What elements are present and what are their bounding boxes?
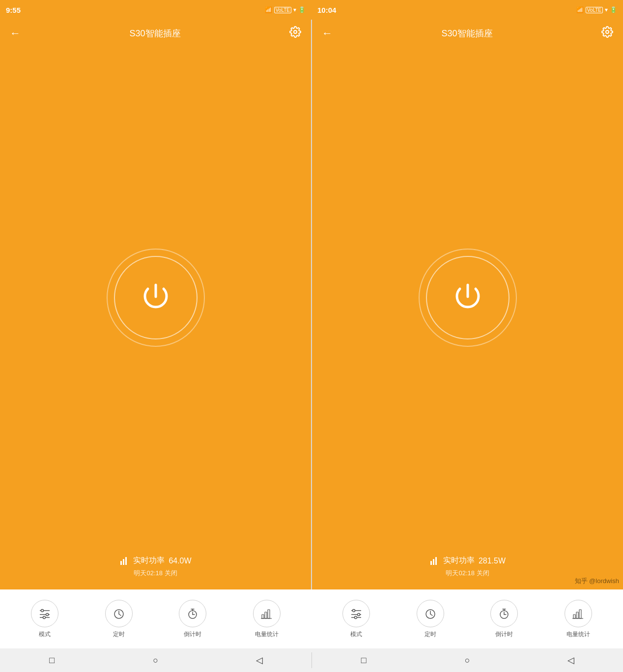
left-countdown-icon-circle	[179, 600, 206, 627]
nav-right-square[interactable]: □	[353, 649, 374, 671]
status-bar-right: 10:04 📶 VoLTE ▾ 🔋	[312, 0, 623, 20]
svg-point-10	[41, 609, 44, 612]
left-title: S30智能插座	[129, 28, 180, 39]
bar-chart-icon-left-toolbar	[260, 607, 274, 620]
bar-chart-icon-left	[119, 556, 129, 566]
right-back-button[interactable]: ←	[322, 27, 333, 40]
sliders-icon-right	[349, 607, 363, 620]
right-panel: ← S30智能插座	[312, 20, 623, 589]
right-countdown-button[interactable]: 倒计时	[490, 600, 518, 639]
power-icon-left	[136, 278, 175, 317]
right-energy-label: 电量统计	[566, 630, 590, 639]
battery-icon-l: 🔋	[298, 6, 306, 13]
wifi-icon-l: ▾	[293, 6, 296, 13]
signal-icon-r: 📶	[576, 6, 584, 13]
right-power-area	[312, 47, 623, 548]
signal-icon-l: 📶	[265, 6, 272, 13]
nav-right: □ ○ ◁	[312, 649, 623, 671]
svg-rect-1	[120, 561, 122, 565]
svg-line-35	[430, 614, 432, 616]
right-energy-button[interactable]: 电量统计	[565, 600, 592, 639]
left-mode-icon-circle	[31, 600, 58, 627]
time-right: 10:04	[317, 6, 336, 14]
right-countdown-label: 倒计时	[495, 630, 513, 639]
left-settings-button[interactable]	[289, 26, 301, 41]
nav-bar: □ ○ ◁ □ ○ ◁	[0, 648, 623, 672]
left-energy-button[interactable]: 电量统计	[253, 600, 281, 639]
svg-rect-2	[123, 559, 124, 565]
nav-left-circle[interactable]: ○	[145, 649, 167, 671]
nav-left-square[interactable]: □	[41, 649, 63, 671]
left-schedule: 明天02:18 关闭	[134, 569, 177, 578]
gear-icon-left	[289, 26, 301, 38]
volte-badge-r: VoLTE	[586, 7, 603, 13]
svg-point-14	[43, 616, 46, 618]
left-toolbar: 模式 定时 倒计时	[0, 589, 312, 648]
time-left: 9:55	[6, 6, 21, 14]
status-bar: 9:55 📶 VoLTE ▾ 🔋 10:04 📶 VoLTE ▾ 🔋	[0, 0, 623, 20]
right-schedule: 明天02:18 关闭	[446, 569, 489, 578]
right-power-label: 实时功率	[443, 556, 475, 566]
right-toolbar: 模式 定时 倒计时	[312, 589, 623, 648]
nav-right-circle[interactable]: ○	[456, 649, 478, 671]
right-timer-label: 定时	[425, 630, 436, 639]
status-icons-right: 📶 VoLTE ▾ 🔋	[576, 6, 617, 13]
bar-chart-icon-right-toolbar	[571, 607, 585, 620]
right-power-button[interactable]	[426, 256, 510, 339]
svg-line-17	[119, 614, 121, 616]
bottom-toolbar: 模式 定时 倒计时	[0, 589, 623, 648]
watermark: 知乎 @lordwish	[575, 577, 620, 586]
power-icon-right	[448, 278, 487, 317]
left-mode-button[interactable]: 模式	[31, 600, 58, 639]
stopwatch-icon-left	[186, 607, 199, 620]
left-power-reading: 实时功率 64.0W	[119, 556, 191, 566]
right-mode-icon-circle	[342, 600, 370, 627]
nav-left-triangle[interactable]: ◁	[249, 649, 270, 671]
stopwatch-icon-right	[497, 607, 511, 620]
left-back-button[interactable]: ←	[10, 27, 21, 40]
left-power-area	[0, 47, 311, 548]
left-timer-button[interactable]: 定时	[105, 600, 133, 639]
svg-rect-25	[268, 610, 270, 618]
left-header: ← S30智能插座	[0, 20, 311, 47]
right-title: S30智能插座	[441, 28, 492, 39]
svg-rect-24	[265, 612, 267, 618]
left-power-button[interactable]	[114, 256, 198, 339]
left-power-value: 64.0W	[169, 557, 191, 565]
left-stats: 实时功率 64.0W 明天02:18 关闭	[0, 548, 311, 589]
right-mode-button[interactable]: 模式	[342, 600, 370, 639]
right-timer-icon-circle	[417, 600, 444, 627]
status-bar-left: 9:55 📶 VoLTE ▾ 🔋	[0, 0, 312, 20]
right-header: ← S30智能插座	[312, 20, 623, 47]
nav-left: □ ○ ◁	[0, 649, 312, 671]
wifi-icon-r: ▾	[605, 6, 608, 13]
right-power-value: 281.5W	[479, 557, 506, 565]
left-countdown-label: 倒计时	[184, 630, 201, 639]
svg-rect-43	[579, 610, 581, 618]
left-energy-label: 电量统计	[255, 630, 279, 639]
gear-icon-right	[601, 26, 613, 38]
svg-rect-7	[433, 559, 434, 565]
nav-right-triangle[interactable]: ◁	[560, 649, 582, 671]
svg-rect-8	[435, 557, 437, 565]
right-mode-label: 模式	[350, 630, 362, 639]
status-icons-left: 📶 VoLTE ▾ 🔋	[265, 6, 306, 13]
left-energy-icon-circle	[253, 600, 281, 627]
bar-chart-icon-right	[429, 556, 439, 566]
svg-point-0	[294, 30, 297, 33]
left-panel: ← S30智能插座	[0, 20, 311, 589]
clock-icon-left	[112, 607, 126, 620]
svg-rect-23	[262, 615, 264, 618]
right-power-reading: 实时功率 281.5W	[429, 556, 506, 566]
right-timer-button[interactable]: 定时	[417, 600, 444, 639]
left-mode-label: 模式	[39, 630, 51, 639]
svg-rect-41	[573, 615, 575, 618]
left-timer-icon-circle	[105, 600, 133, 627]
svg-rect-3	[125, 557, 127, 565]
main-panels: ← S30智能插座	[0, 20, 623, 589]
left-countdown-button[interactable]: 倒计时	[179, 600, 206, 639]
right-settings-button[interactable]	[601, 26, 613, 41]
sliders-icon-left	[38, 607, 52, 620]
svg-point-5	[606, 30, 609, 33]
right-countdown-icon-circle	[490, 600, 518, 627]
